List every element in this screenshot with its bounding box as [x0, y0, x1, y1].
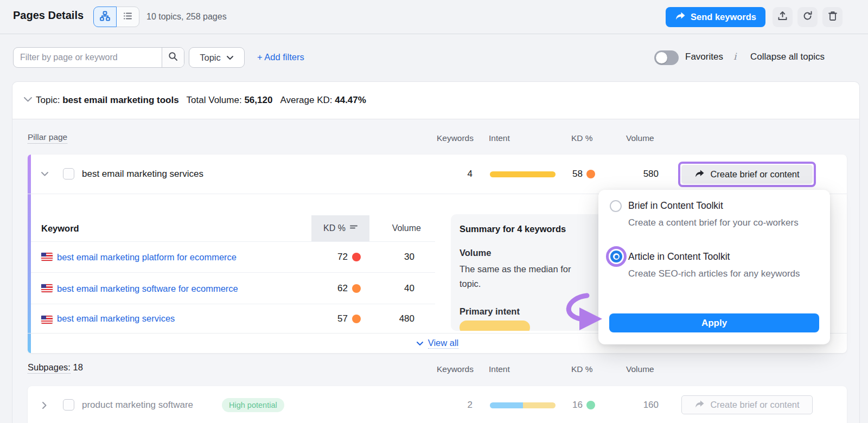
summary-volume-text: The same as the median for	[459, 264, 571, 274]
subpages-count: 18	[73, 362, 83, 372]
keyword-link[interactable]: best email marketing software for ecomme…	[57, 273, 238, 304]
brief-radio[interactable]	[610, 200, 622, 212]
keyword-row: best email marketing platform for ecomme…	[31, 241, 435, 273]
kd-dot	[586, 401, 595, 409]
pages-details-screen: Pages Details 10 topics, 258 pages Send …	[0, 0, 868, 423]
article-option-description: Create SEO-rich articles for any keyword…	[628, 267, 805, 281]
subpage-keywords-count: 2	[435, 386, 473, 423]
kd-column-header: KD %	[571, 133, 593, 143]
info-icon[interactable]: i	[733, 51, 736, 62]
create-brief-button[interactable]: Create brief or content	[681, 165, 813, 184]
favorites-label: Favorites	[685, 52, 723, 62]
search-input[interactable]	[14, 48, 162, 67]
pillar-page-name[interactable]: best email marketing services	[82, 155, 203, 194]
refresh-icon	[802, 11, 813, 23]
refresh-button[interactable]	[797, 7, 818, 27]
hierarchy-view-icon	[100, 11, 110, 23]
list-view-button[interactable]	[116, 7, 139, 27]
kd-dot	[352, 253, 361, 261]
high-potential-badge: High potential	[222, 398, 284, 412]
subpage-volume-value: 160	[619, 386, 659, 423]
kd-dot	[352, 315, 361, 323]
keyword-kd: 62	[299, 273, 348, 304]
export-icon	[777, 11, 788, 23]
send-keywords-button[interactable]: Send keywords	[666, 7, 765, 27]
create-brief-label: Create brief or content	[710, 169, 799, 180]
export-button[interactable]	[773, 7, 793, 27]
subpage-expand-chevron-icon[interactable]	[42, 401, 47, 409]
annotation-arrow	[559, 291, 613, 335]
summary-volume-text: topic.	[459, 279, 481, 289]
add-filters-link[interactable]: + Add filters	[257, 52, 304, 62]
topic-name: best email marketing tools	[62, 95, 178, 105]
keyword-link[interactable]: best email marketing services	[57, 304, 175, 333]
annotation-highlight-ring	[606, 246, 627, 267]
keyword-table-header: Keyword	[41, 215, 79, 241]
subpages-label[interactable]: Subpages: 18	[28, 362, 83, 373]
view-all-link[interactable]: View all	[428, 338, 459, 349]
total-volume: Total Volume: 56,120	[187, 95, 273, 106]
send-keywords-label: Send keywords	[691, 12, 756, 22]
keyword-volume-header: Volume	[367, 215, 421, 241]
intent-column-header: Intent	[489, 364, 510, 374]
keyword-kd: 57	[299, 304, 348, 333]
pillar-volume-value: 580	[619, 155, 659, 194]
subpage-row-checkbox[interactable]	[63, 399, 74, 411]
average-kd: Average KD: 44.47%	[280, 95, 366, 106]
topic-header: Topic: best email marketing tools Total …	[12, 82, 859, 119]
keyword-volume: 30	[369, 241, 414, 273]
primary-intent-label: Primary intent	[459, 306, 520, 317]
intent-column-header: Intent	[489, 133, 510, 143]
kd-column-header: KD %	[571, 364, 593, 374]
summary-title: Summary for 4 keywords	[459, 224, 566, 234]
toggle-knob	[656, 52, 667, 63]
keywords-column-header: Keywords	[419, 364, 474, 374]
keyword-row: best email marketing software for ecomme…	[31, 273, 435, 304]
view-toggle	[93, 7, 139, 27]
pillar-keywords-count: 4	[435, 155, 473, 194]
topics-pages-count: 10 topics, 258 pages	[146, 12, 227, 22]
forward-arrow-icon	[694, 169, 705, 180]
volume-column-header: Volume	[626, 133, 654, 143]
page-title: Pages Details	[13, 9, 84, 22]
keywords-column-header: Keywords	[419, 133, 474, 143]
create-content-popup: Brief in Content Toolkit Create a conten…	[598, 190, 830, 344]
list-view-icon	[123, 11, 133, 23]
article-radio-selected[interactable]	[610, 251, 622, 262]
collapse-all-topics[interactable]: Collapse all topics	[750, 52, 825, 62]
search-group	[13, 47, 184, 68]
chevron-down-icon	[416, 341, 424, 346]
trash-icon	[828, 11, 838, 23]
topic-filter-label: Topic	[200, 53, 221, 63]
forward-arrow-icon	[675, 11, 686, 23]
delete-button[interactable]	[822, 7, 843, 27]
favorites-toggle[interactable]	[654, 50, 679, 65]
top-header: Pages Details 10 topics, 258 pages Send …	[0, 0, 868, 34]
search-icon	[168, 52, 178, 63]
forward-arrow-icon	[694, 400, 705, 411]
topic-filter-dropdown[interactable]: Topic	[189, 47, 245, 68]
create-brief-label: Create brief or content	[710, 400, 799, 410]
apply-button[interactable]: Apply	[609, 313, 819, 332]
pillar-kd-value: 58	[538, 155, 583, 194]
pillar-collapse-chevron-icon[interactable]	[41, 171, 49, 177]
pillar-row-checkbox[interactable]	[63, 168, 74, 180]
pillar-page-header[interactable]: Pillar page	[28, 132, 67, 144]
us-flag-icon	[41, 253, 53, 261]
search-button[interactable]	[162, 48, 184, 67]
create-brief-button-disabled[interactable]: Create brief or content	[681, 395, 813, 414]
subpage-intent-bar-informational	[490, 402, 523, 408]
brief-option-label[interactable]: Brief in Content Toolkit	[628, 200, 723, 211]
summary-volume-label: Volume	[459, 248, 491, 258]
topic-collapse-chevron-icon[interactable]	[23, 97, 33, 102]
kd-sort-header[interactable]: KD %	[311, 215, 369, 241]
primary-intent-pill	[459, 321, 530, 331]
chevron-down-icon	[226, 55, 234, 60]
volume-column-header: Volume	[626, 364, 654, 374]
article-option-label[interactable]: Article in Content Toolkit	[628, 251, 730, 262]
us-flag-icon	[41, 316, 53, 324]
keyword-link[interactable]: best email marketing platform for ecomme…	[57, 241, 237, 273]
hierarchy-view-button[interactable]	[93, 7, 117, 27]
keyword-volume: 480	[369, 304, 414, 333]
subpage-name[interactable]: product marketing software	[82, 386, 193, 423]
